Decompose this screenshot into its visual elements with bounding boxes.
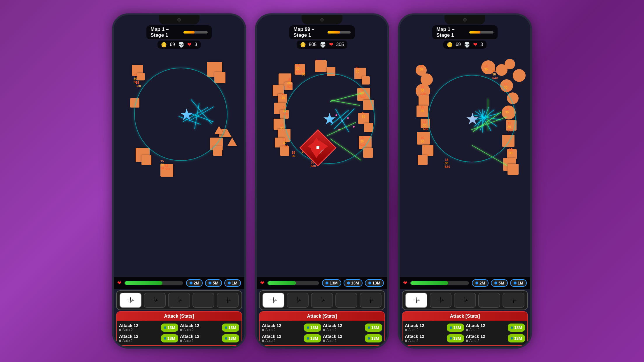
- heart-count-c: 305: [336, 42, 344, 47]
- stat-item-r1: Attack 12 Auto 2 13M: [466, 323, 525, 332]
- skull-icon: 💀: [178, 41, 184, 48]
- game-area-right: 1530 1530530 1530 1530530 1530 1530530 1…: [400, 15, 530, 193]
- camera-dot: [177, 18, 181, 22]
- stats-panel-center: Attack [Stats] Attack 12 Auto 2 13M Atta…: [259, 311, 385, 346]
- upgrade-btn-r3[interactable]: 13M: [508, 334, 525, 342]
- res-badge-r2[interactable]: 1M: [510, 279, 527, 287]
- stat-item-c1: Attack 12 Auto 2 13M: [323, 323, 382, 332]
- stat-sub-r2: Auto 2: [405, 339, 424, 343]
- sword-icon-c1: ⚔: [293, 295, 303, 305]
- res-badge-c0[interactable]: 13M: [322, 279, 341, 287]
- resource-bar-c: ❤ 13M 13M 13M: [257, 277, 387, 289]
- skull-icon-r: 💀: [464, 41, 470, 48]
- heart-icon: ❤: [187, 41, 192, 48]
- weapon-slot-2[interactable]: ⚔: [168, 293, 190, 308]
- stats-header-r: Attack [Stats]: [402, 312, 527, 321]
- stats-grid-c: Attack 12 Auto 2 13M Attack 12 Auto 2 13…: [260, 321, 384, 345]
- weapon-bar-r: ⚔ ⚔ ⚔ ⚔: [402, 290, 528, 310]
- weapon-slot-r1[interactable]: ⚔: [430, 293, 452, 308]
- weapon-slot-0[interactable]: ⚔: [120, 293, 141, 308]
- stat-name-r3: Attack 12: [466, 334, 485, 339]
- upgrade-btn-c3[interactable]: 13M: [365, 334, 382, 342]
- stats-header: Attack [Stats]: [117, 312, 242, 321]
- xp-fill-r: [469, 31, 480, 34]
- stat-name-r1: Attack 12: [466, 323, 485, 328]
- weapon-slot-r3[interactable]: [478, 293, 500, 308]
- upgrade-btn-0[interactable]: 13M: [161, 324, 178, 332]
- player-star-c: [323, 113, 336, 126]
- stat-item-3: Attack 12 Auto 2 13M: [180, 334, 239, 343]
- upgrade-btn-c2[interactable]: 13M: [304, 334, 321, 342]
- enemy: [505, 59, 515, 69]
- hp-icon-c: ❤: [260, 280, 265, 286]
- weapon-slot-r0[interactable]: ⚔: [405, 293, 427, 308]
- sword-icon-1: ⚔: [150, 295, 160, 305]
- res-badge-c1[interactable]: 13M: [344, 279, 363, 287]
- res-badge-1[interactable]: 5M: [205, 279, 222, 287]
- upgrade-btn-r1[interactable]: 13M: [508, 324, 525, 332]
- res-badge-c2[interactable]: 13M: [365, 279, 384, 287]
- stat-name-c3: Attack 12: [323, 334, 342, 339]
- enemy: [507, 149, 517, 159]
- sword-icon-4: ⚔: [223, 295, 233, 305]
- weapon-slot-r2[interactable]: ⚔: [454, 293, 476, 308]
- coin-icon-c: 🪙: [300, 42, 306, 48]
- xp-fill-c: [328, 31, 340, 34]
- res-badge-r1[interactable]: 5M: [491, 279, 508, 287]
- weapon-slot-4[interactable]: ⚔: [217, 293, 239, 308]
- enemy: [363, 148, 373, 158]
- stat-info-3: Attack 12 Auto 2: [180, 334, 200, 343]
- enemy: [213, 146, 222, 156]
- sword-icon-r0: ⚔: [411, 295, 421, 305]
- weapon-slot-c2[interactable]: ⚔: [311, 293, 333, 308]
- sword-icon-r4: ⚔: [508, 295, 519, 305]
- notch-left: [159, 15, 200, 24]
- enemy: [422, 145, 433, 156]
- hp-icon-r: ❤: [403, 280, 407, 286]
- weapon-slot-c3[interactable]: [335, 293, 357, 308]
- upgrade-btn-r2[interactable]: 13M: [447, 334, 464, 342]
- coin-count: 69: [170, 42, 175, 47]
- sword-icon-0: ⚔: [125, 295, 136, 305]
- xp-bar: [183, 31, 208, 34]
- stat-item-2: Attack 12 Auto 2 13M: [119, 334, 178, 343]
- stat-sub-c2: Auto 2: [262, 339, 281, 343]
- stats-grid: Attack 12 Auto 2 13M Attack 12 Auto 2 13…: [117, 321, 242, 345]
- res-badge-0[interactable]: 2M: [186, 279, 203, 287]
- notch-right: [444, 15, 485, 24]
- upgrade-btn-3[interactable]: 13M: [222, 334, 239, 342]
- res-badge-r0[interactable]: 2M: [472, 279, 489, 287]
- heart-count: 3: [195, 42, 197, 47]
- stat-sub-2: Auto 2: [119, 339, 139, 343]
- stat-sub-c0: Auto 2: [262, 328, 281, 332]
- stat-item-0: Attack 12 Auto 2 13M: [119, 323, 178, 332]
- weapon-slot-1[interactable]: ⚔: [144, 293, 166, 308]
- weapon-slot-3[interactable]: [192, 293, 214, 308]
- stats-panel-left: Attack [Stats] Attack 12 Auto 2 13M Atta…: [116, 311, 242, 346]
- resource-badges: 2M 5M 1M: [186, 279, 241, 287]
- stat-sub-1: Auto 2: [180, 328, 200, 332]
- map-info-r: Map 1 – Stage 1: [432, 25, 498, 39]
- enemy: [418, 155, 428, 165]
- upgrade-btn-c0[interactable]: 13M: [304, 324, 321, 332]
- hp-bar-r: [410, 281, 469, 285]
- upgrade-btn-2[interactable]: 13M: [161, 334, 178, 342]
- res-badge-2[interactable]: 1M: [224, 279, 241, 287]
- weapon-slot-c4[interactable]: ⚔: [360, 293, 382, 308]
- enemy: [362, 76, 370, 85]
- stat-name-0: Attack 12: [119, 323, 139, 328]
- stat-sub-0: Auto 2: [119, 328, 139, 332]
- upgrade-btn-c1[interactable]: 13M: [365, 324, 382, 332]
- weapon-slot-c0[interactable]: ⚔: [262, 293, 284, 308]
- weapon-slot-c1[interactable]: ⚔: [287, 293, 309, 308]
- resource-badges-c: 13M 13M 13M: [322, 279, 384, 287]
- upgrade-btn-r0[interactable]: 13M: [447, 324, 464, 332]
- xp-fill: [183, 31, 194, 34]
- stat-item-r3: Attack 12 Auto 2 13M: [466, 334, 525, 343]
- skull-icon-c: 💀: [320, 41, 326, 48]
- camera-dot-c: [320, 18, 324, 22]
- xp-bar-r: [469, 31, 494, 34]
- upgrade-btn-1[interactable]: 13M: [222, 324, 239, 332]
- weapon-slot-r4[interactable]: ⚔: [503, 293, 524, 308]
- heart-icon-r: ❤: [473, 41, 477, 48]
